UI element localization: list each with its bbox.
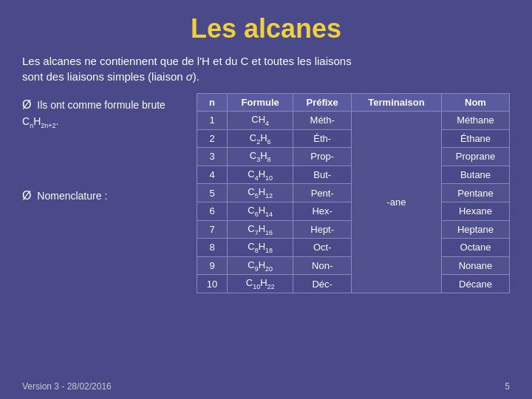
- right-panel: n Formule Préfixe Terminaison Nom 1CH4Mé…: [197, 93, 510, 375]
- cell-n: 7: [197, 220, 228, 239]
- cell-formule: C6H14: [228, 202, 293, 220]
- bullet-nomenclature-text: Nomenclature :: [37, 190, 107, 202]
- cell-nom: Hexane: [441, 202, 509, 220]
- cell-n: 6: [197, 202, 228, 220]
- cell-nom: Nonane: [441, 256, 509, 275]
- cell-prefixe: But-: [293, 166, 352, 184]
- col-header-nom: Nom: [441, 94, 509, 112]
- cell-prefixe: Hept-: [293, 220, 352, 239]
- cell-n: 4: [197, 166, 228, 184]
- cell-prefixe: Éth-: [293, 129, 352, 148]
- bullet-arrow-1: Ø: [22, 98, 31, 111]
- bullet-formule-text: Ils ont comme formule brute CnH2n+2.: [22, 99, 166, 127]
- intro-line2: sont des liaisons simples (liaison σ).: [22, 70, 200, 83]
- cell-formule: C10H22: [228, 275, 293, 293]
- cell-nom: Proprane: [441, 148, 509, 166]
- table-header-row: n Formule Préfixe Terminaison Nom: [197, 94, 510, 112]
- cell-n: 8: [197, 239, 228, 257]
- cell-n: 2: [197, 129, 228, 148]
- page-number: 5: [505, 381, 510, 392]
- cell-formule: C2H6: [228, 129, 293, 148]
- main-content: Ø Ils ont comme formule brute CnH2n+2. Ø…: [22, 93, 510, 375]
- bullet-nomenclature: Ø Nomenclature :: [22, 187, 185, 205]
- cell-n: 10: [197, 275, 228, 293]
- col-header-prefixe: Préfixe: [293, 94, 352, 112]
- cell-prefixe: Non-: [293, 256, 352, 275]
- cell-formule: C4H10: [228, 166, 293, 184]
- cell-prefixe: Hex-: [293, 202, 352, 220]
- cell-prefixe: Méth-: [293, 112, 352, 130]
- cell-prefixe: Pent-: [293, 184, 352, 202]
- cell-nom: Décane: [441, 275, 509, 293]
- footer: Version 3 - 28/02/2016 5: [22, 381, 510, 392]
- cell-nom: Octane: [441, 239, 509, 257]
- left-panel: Ø Ils ont comme formule brute CnH2n+2. Ø…: [22, 93, 185, 375]
- cell-formule: C7H16: [228, 220, 293, 239]
- cell-nom: Heptane: [441, 220, 509, 239]
- bullet-formule: Ø Ils ont comme formule brute CnH2n+2.: [22, 96, 185, 131]
- cell-prefixe: Oct-: [293, 239, 352, 257]
- table-row: 1CH4Méth--aneMéthane: [197, 112, 510, 130]
- cell-terminaison: -ane: [352, 112, 442, 293]
- bullet-arrow-2: Ø: [22, 189, 31, 202]
- cell-prefixe: Déc-: [293, 275, 352, 293]
- cell-n: 1: [197, 112, 228, 130]
- cell-formule: CH4: [228, 112, 293, 130]
- col-header-formule: Formule: [228, 94, 293, 112]
- cell-n: 5: [197, 184, 228, 202]
- alcanes-table: n Formule Préfixe Terminaison Nom 1CH4Mé…: [197, 93, 510, 293]
- cell-prefixe: Prop-: [293, 148, 352, 166]
- cell-formule: C3H8: [228, 148, 293, 166]
- intro-paragraph: Les alcanes ne contiennent que de l'H et…: [22, 53, 510, 84]
- cell-formule: C8H18: [228, 239, 293, 257]
- page: Les alcanes Les alcanes ne contiennent q…: [0, 0, 532, 399]
- version-label: Version 3 - 28/02/2016: [22, 381, 112, 392]
- col-header-n: n: [197, 94, 228, 112]
- cell-nom: Pentane: [441, 184, 509, 202]
- cell-formule: C9H20: [228, 256, 293, 275]
- cell-formule: C5H12: [228, 184, 293, 202]
- sigma-symbol: σ: [186, 70, 193, 83]
- cell-n: 3: [197, 148, 228, 166]
- cell-nom: Éthane: [441, 129, 509, 148]
- intro-line1: Les alcanes ne contiennent que de l'H et…: [22, 55, 352, 67]
- page-title: Les alcanes: [22, 13, 510, 44]
- cell-n: 9: [197, 256, 228, 275]
- col-header-terminaison: Terminaison: [352, 94, 442, 112]
- cell-nom: Méthane: [441, 112, 509, 130]
- cell-nom: Butane: [441, 166, 509, 184]
